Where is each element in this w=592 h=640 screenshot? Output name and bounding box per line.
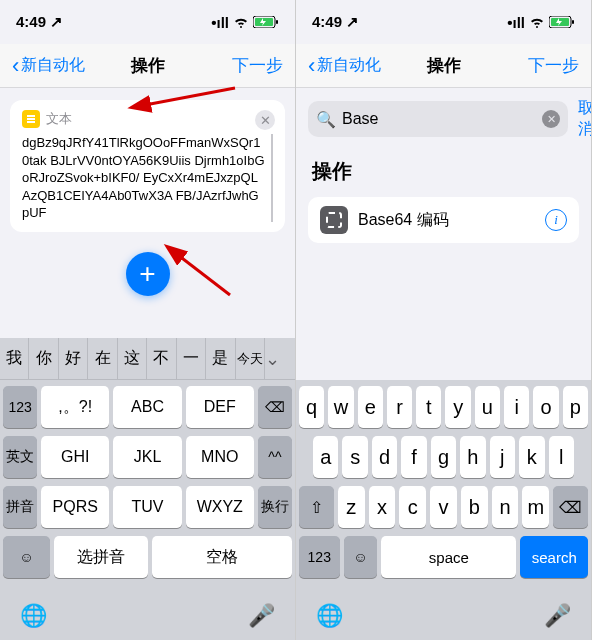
svg-rect-2 — [276, 20, 278, 24]
key[interactable]: w — [328, 386, 353, 428]
expand-suggestions[interactable]: ⌄ — [265, 348, 295, 370]
key[interactable]: h — [460, 436, 485, 478]
key[interactable]: o — [533, 386, 558, 428]
back-button[interactable]: ‹ 新自动化 — [308, 53, 381, 79]
key[interactable]: e — [358, 386, 383, 428]
key[interactable]: PQRS — [41, 486, 109, 528]
delete-key[interactable]: ⌫ — [258, 386, 292, 428]
key[interactable]: l — [549, 436, 574, 478]
result-name: Base64 编码 — [358, 210, 545, 231]
mic-icon[interactable]: 🎤 — [248, 603, 275, 629]
key[interactable]: GHI — [41, 436, 109, 478]
back-button[interactable]: ‹ 新自动化 — [12, 53, 85, 79]
next-button[interactable]: 下一步 — [528, 54, 579, 77]
key[interactable]: ^^ — [258, 436, 292, 478]
section-title: 操作 — [296, 150, 591, 189]
keyboard: 我 你 好 在 这 不 一 是 今天 ⌄ 123 ,。?! ABC DEF ⌫ … — [0, 338, 295, 640]
key[interactable]: i — [504, 386, 529, 428]
suggestion[interactable]: 不 — [147, 338, 176, 379]
suggestion[interactable]: 好 — [59, 338, 88, 379]
next-button[interactable]: 下一步 — [232, 54, 283, 77]
notes-icon — [22, 110, 40, 128]
key[interactable]: WXYZ — [186, 486, 254, 528]
key[interactable]: p — [563, 386, 588, 428]
key[interactable]: v — [430, 486, 457, 528]
chevron-left-icon: ‹ — [308, 53, 315, 79]
key[interactable]: b — [461, 486, 488, 528]
emoji-key[interactable]: ☺ — [3, 536, 50, 578]
search-field[interactable]: 🔍 ✕ — [308, 101, 568, 137]
chevron-left-icon: ‹ — [12, 53, 19, 79]
key-pinyin[interactable]: 拼音 — [3, 486, 37, 528]
delete-key[interactable]: ⌫ — [553, 486, 588, 528]
mic-icon[interactable]: 🎤 — [544, 603, 571, 629]
info-icon[interactable]: i — [545, 209, 567, 231]
suggestion-bar: 我 你 好 在 这 不 一 是 今天 ⌄ — [0, 338, 295, 380]
close-icon[interactable]: ✕ — [255, 110, 275, 130]
shift-key[interactable]: ⇧ — [299, 486, 334, 528]
globe-icon[interactable]: 🌐 — [316, 603, 343, 629]
key[interactable]: f — [401, 436, 426, 478]
key[interactable]: ,。?! — [41, 386, 109, 428]
key[interactable]: k — [519, 436, 544, 478]
key[interactable]: c — [399, 486, 426, 528]
key[interactable]: t — [416, 386, 441, 428]
search-input[interactable] — [342, 110, 542, 128]
signal-icon: •ıll — [507, 14, 525, 31]
page-title: 操作 — [427, 54, 461, 77]
key-lang[interactable]: 英文 — [3, 436, 37, 478]
key[interactable]: z — [338, 486, 365, 528]
key[interactable]: j — [490, 436, 515, 478]
space-key[interactable]: 空格 — [152, 536, 293, 578]
cancel-button[interactable]: 取消 — [578, 98, 591, 140]
key[interactable]: a — [313, 436, 338, 478]
location-icon: ↗ — [346, 13, 359, 30]
search-key[interactable]: search — [520, 536, 588, 578]
suggestion[interactable]: 你 — [29, 338, 58, 379]
suggestion[interactable]: 一 — [177, 338, 206, 379]
key[interactable]: y — [445, 386, 470, 428]
key[interactable]: s — [342, 436, 367, 478]
search-icon: 🔍 — [316, 110, 336, 129]
text-action-card[interactable]: 文本 ✕ dgBz9qJRfY41TlRkgOOoFFmanWxSQr10tak… — [10, 100, 285, 232]
suggestion[interactable]: 这 — [118, 338, 147, 379]
keyboard: q w e r t y u i o p a s d f g h j k l — [296, 380, 591, 640]
status-bar: 4:49 ↗ •ıll — [0, 0, 295, 44]
key[interactable]: TUV — [113, 486, 181, 528]
key[interactable]: MNO — [186, 436, 254, 478]
key[interactable]: 选拼音 — [54, 536, 148, 578]
text-content[interactable]: dgBz9qJRfY41TlRkgOOoFFmanWxSQr10tak BJLr… — [22, 134, 273, 222]
page-title: 操作 — [131, 54, 165, 77]
key[interactable]: ABC — [113, 386, 181, 428]
key[interactable]: JKL — [113, 436, 181, 478]
key[interactable]: q — [299, 386, 324, 428]
globe-icon[interactable]: 🌐 — [20, 603, 47, 629]
return-key[interactable]: 换行 — [258, 486, 292, 528]
clear-icon[interactable]: ✕ — [542, 110, 560, 128]
wifi-icon — [233, 14, 249, 31]
base64-icon — [320, 206, 348, 234]
suggestion[interactable]: 我 — [0, 338, 29, 379]
key[interactable]: DEF — [186, 386, 254, 428]
key[interactable]: u — [475, 386, 500, 428]
wifi-icon — [529, 14, 545, 31]
key-123[interactable]: 123 — [3, 386, 37, 428]
suggestion[interactable]: 是 — [206, 338, 235, 379]
suggestion[interactable]: 在 — [88, 338, 117, 379]
emoji-key[interactable]: ☺ — [344, 536, 378, 578]
key[interactable]: n — [492, 486, 519, 528]
space-key[interactable]: space — [381, 536, 516, 578]
svg-rect-7 — [572, 20, 574, 24]
key[interactable]: x — [369, 486, 396, 528]
add-action-button[interactable]: + — [126, 252, 170, 296]
key[interactable]: m — [522, 486, 549, 528]
key[interactable]: r — [387, 386, 412, 428]
key[interactable]: d — [372, 436, 397, 478]
action-result-item[interactable]: Base64 编码 i — [308, 197, 579, 243]
suggestion[interactable]: 今天 — [236, 338, 265, 379]
key[interactable]: g — [431, 436, 456, 478]
location-icon: ↗ — [50, 13, 63, 30]
key-123[interactable]: 123 — [299, 536, 340, 578]
signal-icon: •ıll — [211, 14, 229, 31]
status-bar: 4:49 ↗ •ıll — [296, 0, 591, 44]
